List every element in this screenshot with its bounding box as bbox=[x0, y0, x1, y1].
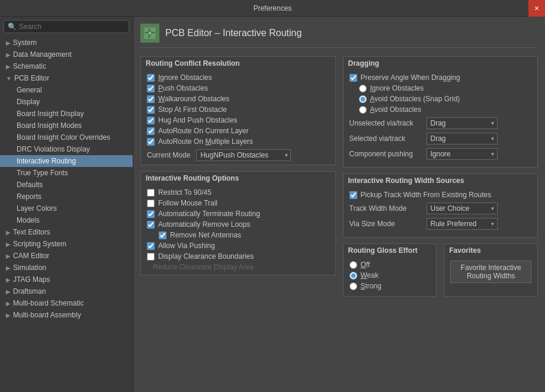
sidebar-item-draftsman[interactable]: ▶Draftsman bbox=[0, 285, 133, 297]
sidebar-arrow-pcb-editor: ▼ bbox=[6, 75, 12, 82]
sidebar-item-display[interactable]: Display bbox=[0, 96, 133, 108]
display-clearance-checkbox[interactable] bbox=[147, 253, 155, 261]
favorites-section: Favorites Favorite Interactive Routing W… bbox=[444, 243, 538, 297]
gloss-strong-radio[interactable] bbox=[350, 282, 357, 290]
page-icon bbox=[140, 24, 159, 43]
sidebar-item-scripting-system[interactable]: ▶Scripting System bbox=[0, 238, 133, 250]
via-size-mode-label: Via Size Mode bbox=[350, 220, 427, 228]
sidebar-item-jtag-maps[interactable]: ▶JTAG Maps bbox=[0, 274, 133, 285]
preserve-angle-checkbox[interactable] bbox=[350, 74, 357, 82]
sidebar-item-simulation[interactable]: ▶Simulation bbox=[0, 262, 133, 274]
favorites-title: Favorites bbox=[444, 244, 537, 257]
push-obstacles-checkbox[interactable] bbox=[147, 85, 155, 92]
autoroute-multiple-checkbox[interactable] bbox=[147, 138, 155, 146]
title-bar-text: Preferences bbox=[254, 4, 292, 12]
dragging-section: Dragging Preserve Angle When Dragging Ig… bbox=[343, 56, 538, 168]
sidebar-item-general[interactable]: General bbox=[0, 84, 133, 96]
sidebar-item-board-insight-display[interactable]: Board Insight Display bbox=[0, 108, 133, 120]
two-column-layout: Routing Conflict Resolution Ignore Obsta… bbox=[140, 56, 538, 303]
sidebar-label-system: System bbox=[13, 38, 37, 47]
sidebar-item-true-type-fonts[interactable]: True Type Fonts bbox=[0, 167, 133, 179]
sidebar-item-multi-board-schematic[interactable]: ▶Multi-board Schematic bbox=[0, 297, 133, 309]
gloss-weak-label: Weak bbox=[361, 271, 379, 279]
ignore-obstacles-checkbox[interactable] bbox=[147, 74, 155, 82]
hug-push-checkbox[interactable] bbox=[147, 117, 155, 124]
sidebar-item-text-editors[interactable]: ▶Text Editors bbox=[0, 226, 133, 238]
conflict-body: Ignore Obstacles Push Obstacles Walkarou… bbox=[141, 70, 335, 165]
conflict-section: Routing Conflict Resolution Ignore Obsta… bbox=[140, 56, 336, 165]
pickup-track-checkbox[interactable] bbox=[350, 191, 357, 199]
gloss-weak-radio[interactable] bbox=[350, 272, 357, 279]
track-width-mode-label: Track Width Mode bbox=[350, 204, 427, 213]
sidebar-item-board-insight-color[interactable]: Board Insight Color Overrides bbox=[0, 131, 133, 143]
sidebar-label-reports: Reports bbox=[17, 192, 41, 201]
search-icon: 🔍 bbox=[8, 23, 17, 31]
sidebar-item-board-insight-modes[interactable]: Board Insight Modes bbox=[0, 120, 133, 131]
search-input[interactable] bbox=[19, 23, 125, 31]
avoid-obs-radio[interactable] bbox=[359, 106, 367, 114]
dragging-radios: Ignore Obstacles Avoid Obstacles (Snap G… bbox=[350, 84, 532, 114]
restrict-90-checkbox[interactable] bbox=[147, 189, 155, 197]
via-size-mode-select[interactable]: Rule Preferred User Choice bbox=[427, 218, 498, 230]
sidebar-label-models: Models bbox=[17, 216, 40, 224]
avoid-snap-radio[interactable] bbox=[359, 95, 367, 103]
auto-terminate-checkbox[interactable] bbox=[147, 210, 155, 218]
svg-point-3 bbox=[148, 31, 152, 35]
remove-antennas-checkbox[interactable] bbox=[159, 232, 166, 239]
close-button[interactable]: × bbox=[528, 0, 545, 17]
gloss-section: Routing Gloss Effort Off Weak bbox=[343, 243, 437, 297]
sidebar-item-layer-colors[interactable]: Layer Colors bbox=[0, 203, 133, 214]
sidebar-item-cam-editor[interactable]: ▶CAM Editor bbox=[0, 250, 133, 262]
sidebar-arrow-draftsman: ▶ bbox=[6, 288, 11, 295]
radio-avoid-obs: Avoid Obstacles bbox=[359, 105, 532, 114]
component-pushing-select[interactable]: Ignore Push bbox=[427, 148, 498, 160]
sidebar-arrow-jtag-maps: ▶ bbox=[6, 277, 11, 283]
sidebar-item-defaults[interactable]: Defaults bbox=[0, 179, 133, 191]
via-size-mode-row: Via Size Mode Rule Preferred User Choice bbox=[350, 218, 532, 230]
avoid-obs-radio-label: Avoid Obstacles bbox=[370, 105, 422, 114]
follow-mouse-checkbox[interactable] bbox=[147, 200, 155, 207]
sidebar-label-general: General bbox=[17, 86, 42, 94]
search-box[interactable]: 🔍 bbox=[4, 20, 129, 33]
gloss-strong-label: Strong bbox=[361, 282, 382, 290]
sidebar-item-pcb-editor[interactable]: ▼PCB Editor bbox=[0, 72, 133, 84]
sidebar-item-drc-violations[interactable]: DRC Violations Display bbox=[0, 143, 133, 155]
allow-via-checkbox[interactable] bbox=[147, 242, 155, 250]
reduce-clearance-text: Reduce Clearance Display Area bbox=[147, 263, 329, 271]
unselected-via-row: Unselected via/track Drag Move bbox=[350, 117, 532, 129]
selected-via-select[interactable]: Drag Move bbox=[427, 133, 498, 144]
sidebar-label-scripting-system: Scripting System bbox=[13, 240, 66, 248]
right-column: Dragging Preserve Angle When Dragging Ig… bbox=[343, 56, 538, 303]
cb-walkaround: Walkaround Obstacles bbox=[147, 95, 329, 103]
push-obstacles-label: Push Obstacles bbox=[158, 84, 208, 92]
sidebar-item-multi-board-assembly[interactable]: ▶Multi-board Assembly bbox=[0, 309, 133, 321]
autoroute-current-checkbox[interactable] bbox=[147, 127, 155, 135]
stop-first-checkbox[interactable] bbox=[147, 106, 155, 114]
sidebar-item-system[interactable]: ▶System bbox=[0, 37, 133, 49]
unselected-via-select[interactable]: Drag Move bbox=[427, 117, 498, 129]
gloss-off-radio[interactable] bbox=[350, 261, 357, 269]
walkaround-label: Walkaround Obstacles bbox=[158, 95, 229, 103]
track-width-mode-row: Track Width Mode User Choice Rule Prefer… bbox=[350, 203, 532, 214]
sidebar-item-reports[interactable]: Reports bbox=[0, 191, 133, 203]
sidebar-item-data-management[interactable]: ▶Data Management bbox=[0, 49, 133, 60]
conflict-title: Routing Conflict Resolution bbox=[141, 57, 335, 70]
track-width-mode-select[interactable]: User Choice Rule Preferred bbox=[427, 203, 498, 214]
sidebar-label-pcb-editor: PCB Editor bbox=[14, 74, 49, 82]
sidebar: 🔍 ▶System▶Data Management▶Schematic▼PCB … bbox=[0, 17, 133, 392]
auto-remove-checkbox[interactable] bbox=[147, 221, 155, 229]
sidebar-label-cam-editor: CAM Editor bbox=[13, 252, 49, 260]
ignore-obs-radio[interactable] bbox=[359, 85, 367, 92]
unselected-via-label: Unselected via/track bbox=[350, 119, 427, 127]
cb-display-clearance: Display Clearance Boundaries bbox=[147, 252, 329, 261]
page-header: PCB Editor – Interactive Routing bbox=[140, 24, 538, 48]
walkaround-checkbox[interactable] bbox=[147, 95, 155, 103]
sidebar-item-interactive-routing[interactable]: Interactive Routing bbox=[0, 155, 133, 167]
width-sources-section: Interactive Routing Width Sources Pickup… bbox=[343, 173, 538, 237]
sidebar-item-models[interactable]: Models bbox=[0, 214, 133, 226]
sidebar-item-schematic[interactable]: ▶Schematic bbox=[0, 60, 133, 72]
favorites-button[interactable]: Favorite Interactive Routing Widths bbox=[450, 261, 531, 283]
interactive-options-body: Restrict To 90/45 Follow Mouse Trail Aut… bbox=[141, 185, 335, 275]
current-mode-select[interactable]: HugNPush Obstacles Push Obstacles Walkar… bbox=[196, 149, 291, 161]
cb-ignore-obstacles: Ignore Obstacles bbox=[147, 73, 329, 82]
